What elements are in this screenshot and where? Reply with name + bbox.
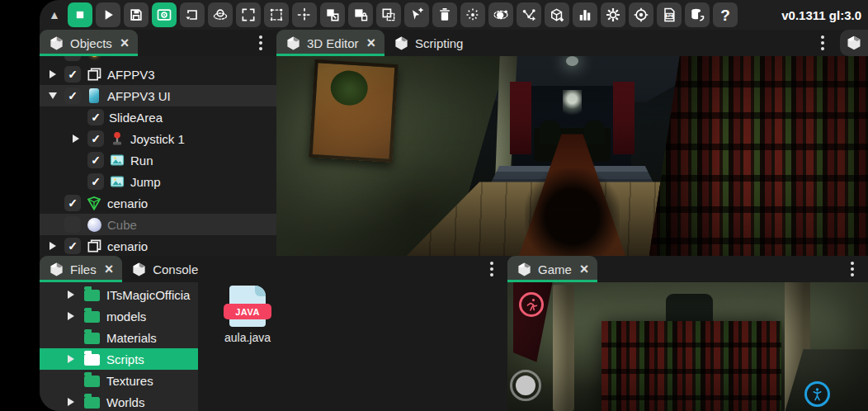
bring-forward-tool-button[interactable] xyxy=(320,2,345,27)
play-button[interactable] xyxy=(96,2,120,27)
object-row-joystick-1[interactable]: ✓Joystick 1 xyxy=(40,128,276,149)
scene-vignette xyxy=(276,56,868,256)
delete-button[interactable] xyxy=(432,2,457,27)
visibility-checkbox[interactable]: ✓ xyxy=(87,152,104,168)
particles-button[interactable] xyxy=(460,2,485,27)
joystick-icon xyxy=(109,130,125,147)
hidden-tab-cube-icon[interactable] xyxy=(840,30,868,56)
folder-row-scripts[interactable]: Scripts xyxy=(40,348,198,370)
node-graph-button[interactable] xyxy=(517,2,541,27)
cube-plus-icon xyxy=(549,7,565,23)
add-object-button[interactable] xyxy=(545,2,569,27)
3d-editor-viewport[interactable] xyxy=(276,56,868,256)
duplicate-tool-button[interactable] xyxy=(376,2,401,27)
tab-game[interactable]: Game× xyxy=(507,256,597,282)
folder-row-materials[interactable]: Materials xyxy=(40,327,198,348)
tab-console[interactable]: Console xyxy=(122,256,207,282)
close-tab-icon[interactable]: × xyxy=(120,35,130,50)
objects-panel: Objects× ✓✓AFPPV3✓AFPPV3 UI✓SlideArea✓Jo… xyxy=(40,30,276,256)
tab-scripting[interactable]: Scripting xyxy=(384,30,472,56)
expand-arrow-slot xyxy=(69,135,83,143)
pointer-add-tool-button[interactable] xyxy=(404,2,429,27)
object-row-cube[interactable]: Cube xyxy=(40,214,276,235)
object-row-afppv3[interactable]: ✓AFPPV3 xyxy=(40,64,276,85)
region-select-tool-button[interactable] xyxy=(264,2,289,27)
panel-menu-icon[interactable] xyxy=(812,30,833,56)
visibility-checkbox[interactable]: ✓ xyxy=(64,66,81,83)
rotate-tool-button[interactable] xyxy=(180,2,205,27)
object-row-afppv3-ui[interactable]: ✓AFPPV3 UI xyxy=(40,85,276,106)
folder-row-models[interactable]: models xyxy=(40,305,198,327)
export-apk-button[interactable]: APK xyxy=(657,2,682,27)
help-button[interactable]: ? xyxy=(713,2,738,27)
folder-row-worlds[interactable]: Worlds xyxy=(40,391,198,411)
object-row-clipped[interactable]: ✓ xyxy=(40,56,276,64)
scale-tool-button[interactable] xyxy=(236,2,261,27)
close-tab-icon[interactable]: × xyxy=(105,262,114,276)
file-browser[interactable]: JAVAaula.java xyxy=(198,282,507,411)
app-window: ▲APK?v0.1311 gl:3.0 Objects× ✓✓AFPPV3✓AF… xyxy=(40,0,868,411)
panel-menu-icon[interactable] xyxy=(481,256,502,282)
object-row-cenario[interactable]: ✓cenario xyxy=(40,192,276,214)
expand-arrow-icon[interactable] xyxy=(68,312,74,320)
tab-label: Game xyxy=(538,262,572,276)
close-tab-icon[interactable]: × xyxy=(367,35,376,50)
visibility-checkbox[interactable]: ✓ xyxy=(87,109,104,125)
game-panel: Game× xyxy=(507,256,868,411)
stop-button[interactable] xyxy=(68,2,92,27)
save-button[interactable] xyxy=(124,2,149,27)
refresh-assets-button[interactable] xyxy=(685,2,710,27)
tab-objects[interactable]: Objects× xyxy=(40,30,138,56)
sphere-icon xyxy=(86,216,102,233)
target-gear-icon xyxy=(633,7,649,23)
lock-layer-tool-button[interactable] xyxy=(348,2,373,27)
run-button[interactable] xyxy=(519,292,544,317)
virtual-joystick[interactable] xyxy=(510,370,541,401)
sun-rays-icon xyxy=(465,7,481,23)
joystick-knob[interactable] xyxy=(516,376,535,395)
object-row-cenario[interactable]: ✓cenario xyxy=(40,235,276,256)
visibility-checkbox[interactable]: ✓ xyxy=(64,238,81,254)
visibility-checkbox[interactable]: ✓ xyxy=(64,195,81,211)
expand-arrow-icon[interactable] xyxy=(68,355,74,363)
visibility-checkbox[interactable] xyxy=(64,216,81,233)
visibility-checkbox[interactable]: ✓ xyxy=(87,130,104,147)
orbit-tool-button[interactable] xyxy=(208,2,233,27)
expand-arrow-icon[interactable] xyxy=(50,70,56,78)
accessibility-button[interactable] xyxy=(804,381,830,407)
panel-menu-icon[interactable] xyxy=(842,256,863,282)
move-tool-button[interactable] xyxy=(292,2,317,27)
tab-files[interactable]: Files× xyxy=(40,256,122,282)
game-tabbar: Game× xyxy=(507,256,868,282)
visibility-checkbox[interactable]: ✓ xyxy=(64,87,81,104)
folder-label: Materials xyxy=(106,331,157,345)
bar-chart-icon xyxy=(577,7,593,23)
visibility-checkbox[interactable]: ✓ xyxy=(87,173,104,190)
tab-3d-editor[interactable]: 3D Editor× xyxy=(276,30,384,56)
game-viewport[interactable] xyxy=(507,282,868,411)
panel-menu-icon[interactable] xyxy=(250,30,271,56)
settings-button[interactable] xyxy=(601,2,625,27)
collapse-toolbar-button[interactable]: ▲ xyxy=(45,2,64,27)
project-target-button[interactable] xyxy=(629,2,653,27)
expand-arrow-icon[interactable] xyxy=(68,398,74,406)
ui-icon xyxy=(86,87,102,104)
file-type-badge: JAVA xyxy=(224,304,271,319)
object-row-run[interactable]: ✓Run xyxy=(40,149,276,171)
scene-preview-button[interactable] xyxy=(152,2,177,27)
statistics-button[interactable] xyxy=(573,2,597,27)
physics-button[interactable] xyxy=(488,2,513,27)
visibility-checkbox[interactable]: ✓ xyxy=(64,56,81,61)
folder-row-textures[interactable]: Textures xyxy=(40,370,198,391)
object-label: cenario xyxy=(107,239,148,253)
toolbar: ▲APK?v0.1311 gl:3.0 xyxy=(40,0,868,30)
object-row-slidearea[interactable]: ✓SlideArea xyxy=(40,106,276,128)
expand-arrow-icon[interactable] xyxy=(50,242,56,250)
expand-arrow-icon[interactable] xyxy=(73,135,79,143)
folder-row-itsmagicofficia[interactable]: ITsMagicOfficia xyxy=(40,284,198,305)
object-row-jump[interactable]: ✓Jump xyxy=(40,171,276,192)
expand-arrow-icon[interactable] xyxy=(49,92,57,99)
file-tile-aula.java[interactable]: JAVAaula.java xyxy=(210,283,285,344)
close-tab-icon[interactable]: × xyxy=(580,262,589,276)
expand-arrow-icon[interactable] xyxy=(68,291,74,299)
